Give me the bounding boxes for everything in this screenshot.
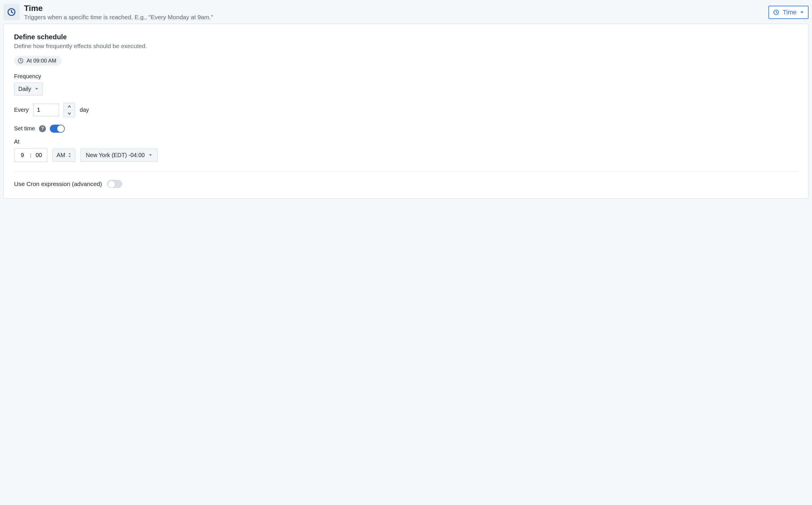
- set-time-label: Set time: [14, 125, 35, 132]
- at-label: At: [14, 138, 798, 145]
- frequency-label: Frequency: [14, 73, 798, 80]
- minute-input[interactable]: [35, 152, 43, 159]
- divider: [14, 172, 798, 172]
- page-subtitle: Triggers when a specific time is reached…: [24, 14, 764, 21]
- caret-down-icon: [800, 10, 804, 14]
- stepper-down-button[interactable]: [64, 110, 75, 117]
- schedule-summary-chip: At 09:00 AM: [14, 56, 62, 66]
- chevron-down-icon: [68, 155, 71, 158]
- caret-down-icon: [149, 153, 152, 157]
- frequency-value: Daily: [18, 86, 31, 92]
- chevron-up-icon: [67, 105, 71, 109]
- set-time-toggle[interactable]: [50, 125, 65, 133]
- meridiem-value: AM: [57, 152, 65, 159]
- help-icon[interactable]: ?: [39, 125, 46, 132]
- trigger-type-selector[interactable]: Time: [769, 6, 809, 19]
- chevron-up-icon: [68, 152, 71, 155]
- time-colon: :: [30, 152, 31, 159]
- trigger-type-label: Time: [783, 9, 797, 16]
- clock-icon: [17, 57, 24, 64]
- clock-icon: [773, 9, 779, 15]
- page-header: Time Triggers when a specific time is re…: [3, 3, 809, 23]
- clock-icon: [7, 7, 16, 17]
- every-unit-label: day: [80, 107, 89, 113]
- page-title: Time: [24, 3, 764, 13]
- stepper-up-button[interactable]: [64, 103, 75, 110]
- section-subtitle: Define how frequently effects should be …: [14, 43, 798, 49]
- every-prefix-label: Every: [14, 107, 29, 113]
- cron-toggle[interactable]: [107, 180, 122, 188]
- caret-down-icon: [35, 87, 38, 91]
- frequency-select[interactable]: Daily: [14, 82, 43, 96]
- section-title: Define schedule: [14, 33, 798, 41]
- schedule-summary-label: At 09:00 AM: [27, 57, 56, 64]
- timezone-value: New York (EDT) -04:00: [86, 152, 145, 159]
- every-count-input[interactable]: [33, 104, 59, 116]
- time-input-group: :: [14, 149, 47, 162]
- cron-label: Use Cron expression (advanced): [14, 181, 102, 187]
- chevron-down-icon: [67, 112, 71, 116]
- meridiem-select[interactable]: AM: [52, 149, 75, 162]
- time-trigger-icon-box: [3, 4, 19, 20]
- hour-input[interactable]: [18, 152, 26, 159]
- schedule-panel: Define schedule Define how frequently ef…: [3, 23, 809, 199]
- timezone-select[interactable]: New York (EDT) -04:00: [80, 149, 158, 162]
- every-count-stepper: [64, 103, 75, 117]
